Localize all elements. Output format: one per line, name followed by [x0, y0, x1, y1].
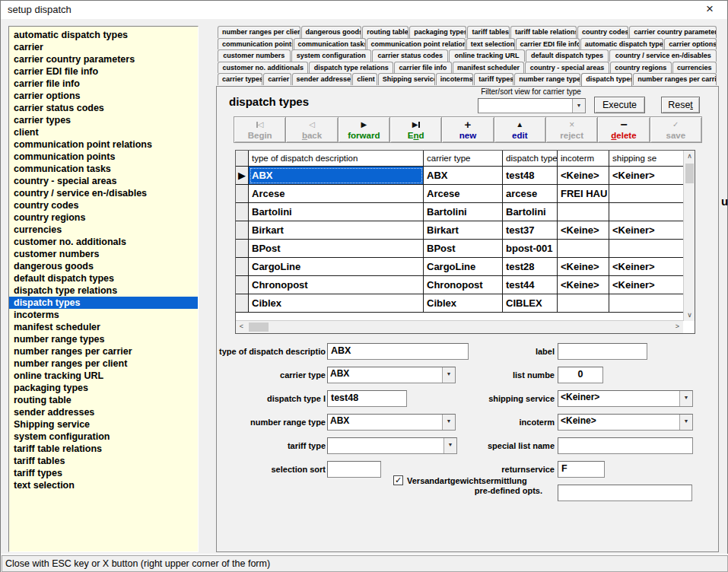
sidebar-item-currencies[interactable]: currencies — [9, 224, 198, 236]
tab-manifest-scheduler[interactable]: manifest scheduler — [453, 62, 525, 74]
sidebar-item-carrier-edi-file-info[interactable]: carrier EDI file info — [9, 65, 198, 78]
tab-country-service-en-disables[interactable]: country / service en-/disables — [609, 49, 717, 62]
tab-shipping-service[interactable]: Shipping service — [378, 73, 435, 85]
sidebar-item-country-regions[interactable]: country regions — [9, 211, 198, 224]
tab-tariff-tables[interactable]: tariff tables — [467, 26, 510, 38]
tab-text-selection[interactable]: text selection — [466, 38, 515, 50]
row-selector[interactable] — [236, 185, 249, 203]
combo-incoterm[interactable]: <Keine>▼ — [558, 414, 693, 431]
table-row[interactable]: ChronopostChronoposttest44<Keine><Keiner… — [236, 276, 683, 294]
grid-header-incoterm[interactable]: incoterm — [558, 151, 609, 167]
delete-button[interactable]: −delete — [597, 116, 650, 143]
tab-tariff-types[interactable]: tariff types — [474, 73, 513, 85]
tab-communication-tasks[interactable]: communication tasks — [294, 38, 366, 50]
tab-packaging-types[interactable]: packaging types — [409, 26, 466, 38]
sidebar-item-carrier-types[interactable]: carrier types — [9, 114, 198, 126]
sidebar-item-carrier-options[interactable]: carrier options — [9, 90, 198, 102]
sidebar-item-text-selection[interactable]: text selection — [9, 479, 198, 491]
category-listbox[interactable]: automatic dispatch typescarriercarrier c… — [8, 26, 199, 552]
table-row[interactable]: ArceseArcesearceseFREI HAU — [236, 185, 683, 203]
tab-country-codes[interactable]: country codes — [577, 26, 628, 38]
sidebar-item-default-dispatch-types[interactable]: default dispatch types — [9, 272, 198, 284]
filter-combobox[interactable]: ▼ — [478, 98, 586, 113]
sidebar-item-sender-addresses[interactable]: sender addresses — [9, 406, 198, 418]
sidebar-item-manifest-scheduler[interactable]: manifest scheduler — [9, 321, 198, 333]
sidebar-item-country-codes[interactable]: country codes — [9, 199, 198, 211]
sidebar-item-carrier-file-info[interactable]: carrier file info — [9, 78, 198, 90]
sidebar-item-carrier-country-parameters[interactable]: carrier country parameters — [9, 53, 198, 65]
tab-currencies[interactable]: currencies — [672, 62, 717, 74]
sidebar-item-dispatch-types[interactable]: dispatch types — [9, 297, 198, 309]
tab-default-dispatch-types[interactable]: default dispatch types — [526, 49, 609, 62]
tab-carrier-country-parameters[interactable]: carrier country parameters — [629, 26, 717, 38]
row-selector[interactable] — [236, 276, 249, 294]
versandart-checkbox[interactable]: ✓ — [393, 475, 403, 485]
sidebar-item-number-range-types[interactable]: number range types — [9, 333, 198, 345]
tab-tariff-table-relations[interactable]: tariff table relations — [510, 26, 577, 38]
sidebar-item-tariff-table-relations[interactable]: tariff table relations — [9, 443, 198, 455]
tab-carrier[interactable]: carrier — [263, 73, 291, 85]
tab-number-range-types[interactable]: number range types — [514, 73, 580, 85]
chevron-down-icon[interactable]: ▼ — [442, 415, 455, 430]
sidebar-item-communication-points[interactable]: communication points — [9, 151, 198, 163]
grid-header-carrier-type[interactable]: carrier type — [424, 151, 503, 167]
sidebar-item-incoterms[interactable]: incoterms — [9, 309, 198, 321]
tab-carrier-file-info[interactable]: carrier file info — [394, 62, 451, 74]
tab-carrier-edi-file-info[interactable]: carrier EDI file info — [516, 38, 580, 50]
chevron-down-icon[interactable]: ▼ — [572, 99, 585, 113]
chevron-down-icon[interactable]: ▼ — [679, 391, 692, 406]
sidebar-item-automatic-dispatch-types[interactable]: automatic dispatch types — [9, 29, 198, 41]
input-empty[interactable] — [558, 485, 692, 501]
tab-dangerous-goods[interactable]: dangerous goods — [301, 26, 362, 38]
input-special-list-name[interactable] — [558, 437, 693, 454]
edit-button[interactable]: ▲edit — [494, 116, 546, 143]
sidebar-item-communication-tasks[interactable]: communication tasks — [9, 163, 198, 175]
sidebar-item-country-service-en-disables[interactable]: country / service en-/disables — [9, 187, 198, 199]
tab-communication-point-relations[interactable]: communication point relations — [367, 38, 466, 50]
input-list-numbe[interactable]: 0 — [558, 367, 603, 383]
end-button[interactable]: ▶End — [389, 116, 442, 143]
chevron-down-icon[interactable]: ▼ — [679, 415, 692, 430]
combo-carrier-type[interactable]: ABX▼ — [327, 367, 456, 383]
input-selection-sort[interactable] — [327, 461, 381, 478]
horizontal-scrollbar[interactable]: < > — [236, 320, 683, 333]
sidebar-item-communication-point-relations[interactable]: communication point relations — [9, 138, 198, 151]
row-selector[interactable] — [236, 294, 249, 313]
sidebar-item-number-ranges-per-carrier[interactable]: number ranges per carrier — [9, 345, 198, 358]
input-type-of-dispatch-descriptio[interactable]: ABX — [327, 343, 469, 360]
input-dispatch-type-i[interactable]: test48 — [327, 390, 407, 407]
tab-number-ranges-per-carrier[interactable]: number ranges per carrier — [633, 73, 717, 85]
table-row[interactable]: CiblexCiblexCIBLEX — [236, 294, 683, 313]
row-selector[interactable] — [236, 203, 249, 221]
horizontal-scroll-thumb[interactable] — [249, 323, 269, 332]
close-icon[interactable]: × — [700, 1, 720, 18]
table-row[interactable]: BirkartBirkarttest37<Keine><Keiner> — [236, 221, 683, 240]
tab-routing-table[interactable]: routing table — [362, 26, 409, 38]
table-row[interactable]: ▶ABXABXtest48<Keine><Keiner> — [236, 167, 683, 185]
reset-button[interactable]: Reset — [661, 97, 700, 113]
combo-number-range-type[interactable]: ABX▼ — [327, 414, 456, 431]
tab-customer-no-additionals[interactable]: customer no. additionals — [218, 62, 308, 74]
sidebar-item-dispatch-type-relations[interactable]: dispatch type relations — [9, 284, 198, 297]
tab-client[interactable]: client — [352, 73, 377, 85]
scroll-down-icon[interactable]: ∨ — [684, 310, 695, 321]
tab-country-special-areas[interactable]: country - special areas — [525, 62, 609, 74]
sidebar-item-packaging-types[interactable]: packaging types — [9, 382, 198, 394]
sidebar-item-carrier[interactable]: carrier — [9, 41, 198, 53]
sidebar-item-client[interactable]: client — [9, 126, 198, 138]
scroll-right-icon[interactable]: > — [672, 321, 683, 332]
tab-communication-points[interactable]: communication points — [218, 38, 293, 50]
row-selector[interactable] — [236, 240, 249, 258]
table-row[interactable]: CargoLineCargoLinetest28<Keine><Keiner> — [236, 258, 683, 276]
input-returnservice[interactable]: F — [558, 461, 605, 478]
tab-online-tracking-url[interactable]: online tracking URL — [449, 49, 525, 62]
execute-button[interactable]: Execute — [594, 97, 645, 113]
sidebar-item-shipping-service[interactable]: Shipping service — [9, 418, 198, 431]
table-row[interactable]: BPostBPostbpost-001 — [236, 240, 683, 258]
tab-sender-addresses[interactable]: sender addresses — [292, 73, 352, 85]
forward-button[interactable]: ▶forward — [338, 116, 390, 143]
tab-number-ranges-per-client[interactable]: number ranges per client — [218, 26, 300, 38]
combo-shipping-service[interactable]: <Keiner>▼ — [558, 390, 693, 407]
tab-customer-numbers[interactable]: customer numbers — [218, 49, 291, 62]
tab-system-configuration[interactable]: system configuration — [291, 49, 372, 62]
